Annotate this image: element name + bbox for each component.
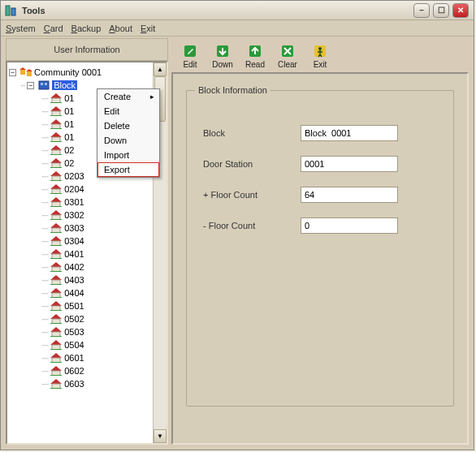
svg-rect-35 xyxy=(50,206,62,207)
tree-item-label: 01 xyxy=(64,106,74,116)
house-icon xyxy=(50,105,63,117)
tree-item[interactable]: ····0601 xyxy=(9,351,167,364)
collapse-icon[interactable]: − xyxy=(27,82,34,89)
svg-rect-44 xyxy=(50,245,62,246)
svg-rect-77 xyxy=(50,388,62,389)
svg-rect-50 xyxy=(50,271,62,272)
svg-marker-51 xyxy=(50,275,62,280)
tree-item-label: 02 xyxy=(64,158,74,168)
tree-item-label: 0501 xyxy=(64,301,84,311)
svg-rect-1 xyxy=(11,8,15,15)
maximize-button[interactable]: ☐ xyxy=(433,3,449,18)
house-icon xyxy=(50,93,63,104)
tree-community[interactable]: −Community 0001 xyxy=(9,66,167,79)
minimize-button[interactable]: – xyxy=(413,3,430,18)
field-block: Block xyxy=(203,125,437,141)
tree-item-label: 0203 xyxy=(64,171,84,181)
svg-marker-66 xyxy=(50,340,62,345)
house-icon xyxy=(50,378,63,390)
house-icon xyxy=(50,326,63,338)
tree-item[interactable]: ····0401 xyxy=(9,248,167,260)
menu-system[interactable]: System xyxy=(6,24,36,33)
svg-rect-8 xyxy=(45,83,47,85)
svg-marker-30 xyxy=(50,184,62,189)
house-icon xyxy=(50,157,63,169)
house-icon xyxy=(50,274,63,286)
titlebar: Tools – ☐ ✕ xyxy=(1,1,474,20)
svg-marker-15 xyxy=(50,119,62,124)
clear-button-icon xyxy=(279,42,296,60)
field-plus-floor-label: + Floor Count xyxy=(203,190,301,200)
tree-item[interactable]: ····0303 xyxy=(9,222,167,235)
context-menu-import[interactable]: Import xyxy=(97,148,159,162)
field-block-input[interactable] xyxy=(301,125,398,141)
svg-marker-36 xyxy=(50,210,62,215)
tree-item-label: 0602 xyxy=(64,366,84,376)
edit-button-label: Edit xyxy=(183,60,197,69)
tree-item-label: 02 xyxy=(64,145,74,155)
svg-rect-0 xyxy=(6,6,10,15)
field-minus-floor-input[interactable] xyxy=(301,217,398,234)
field-door-input[interactable] xyxy=(301,156,398,172)
collapse-icon[interactable]: − xyxy=(9,69,16,76)
tree-item[interactable]: ····0501 xyxy=(9,299,167,312)
clear-button[interactable]: Clear xyxy=(274,42,301,69)
close-button[interactable]: ✕ xyxy=(452,3,469,18)
tree-item[interactable]: ····0403 xyxy=(9,273,167,286)
tree-item[interactable]: ····0204 xyxy=(9,183,167,196)
svg-marker-75 xyxy=(50,379,62,384)
svg-rect-32 xyxy=(50,193,62,194)
tree-item[interactable]: ····0402 xyxy=(9,260,167,273)
context-menu-export[interactable]: Export xyxy=(97,162,159,177)
svg-marker-60 xyxy=(50,314,62,319)
down-button[interactable]: Down xyxy=(209,42,236,69)
edit-button[interactable]: Edit xyxy=(176,42,204,69)
field-minus-floor: - Floor Count xyxy=(203,217,437,234)
svg-marker-21 xyxy=(50,145,62,150)
down-button-icon xyxy=(214,42,232,60)
svg-rect-17 xyxy=(50,128,62,129)
tree-item-label: 0302 xyxy=(64,210,84,220)
context-menu-delete[interactable]: Delete xyxy=(97,118,159,133)
context-menu-create[interactable]: Create xyxy=(97,89,159,104)
edit-button-icon xyxy=(181,42,199,60)
read-button[interactable]: Read xyxy=(241,42,269,69)
house-icon xyxy=(50,365,63,377)
tree-item[interactable]: ····0301 xyxy=(9,196,167,209)
tree-item[interactable]: ····0302 xyxy=(9,209,167,222)
app-icon xyxy=(4,4,17,17)
block-icon xyxy=(37,80,50,91)
toolbar: EditDownReadClearExit xyxy=(171,38,469,72)
menu-backup[interactable]: Backup xyxy=(71,24,102,33)
tree-item[interactable]: ····0603 xyxy=(9,377,167,390)
tree-item[interactable]: ····0504 xyxy=(9,338,167,351)
svg-marker-18 xyxy=(50,132,62,137)
clear-button-label: Clear xyxy=(278,60,297,69)
field-plus-floor: + Floor Count xyxy=(203,187,437,203)
tree-item[interactable]: ····0404 xyxy=(9,286,167,299)
tree-item[interactable]: ····0502 xyxy=(9,312,167,325)
context-menu-edit[interactable]: Edit xyxy=(97,104,159,118)
exit-button[interactable]: Exit xyxy=(306,42,334,69)
menu-exit[interactable]: Exit xyxy=(141,24,155,33)
tree-item[interactable]: ····0503 xyxy=(9,325,167,338)
context-menu-down[interactable]: Down xyxy=(97,133,159,148)
house-icon xyxy=(50,235,63,247)
left-panel-header: User Information xyxy=(6,38,168,61)
tree-item[interactable]: ····0602 xyxy=(9,364,167,377)
down-button-label: Down xyxy=(212,60,233,69)
house-icon xyxy=(50,300,63,312)
svg-marker-57 xyxy=(50,301,62,306)
svg-rect-11 xyxy=(50,102,62,103)
workarea: Block Information Block Door Station + F… xyxy=(171,72,469,445)
scroll-up-button[interactable]: ▲ xyxy=(154,62,167,76)
menu-about[interactable]: About xyxy=(109,24,132,33)
svg-rect-41 xyxy=(50,232,62,233)
field-block-label: Block xyxy=(203,128,301,138)
field-door: Door Station xyxy=(203,156,437,172)
group-title: Block Information xyxy=(195,85,270,95)
tree-item[interactable]: ····0304 xyxy=(9,235,167,248)
scroll-down-button[interactable]: ▼ xyxy=(154,429,167,443)
menu-card[interactable]: Card xyxy=(44,24,63,33)
field-plus-floor-input[interactable] xyxy=(301,187,398,203)
